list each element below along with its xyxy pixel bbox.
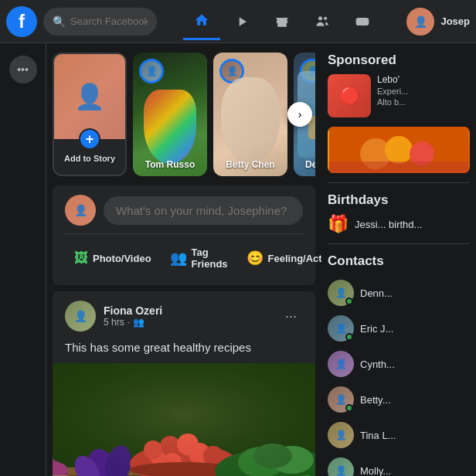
svg-point-1 <box>318 16 322 20</box>
add-story-card[interactable]: 👤 + Add to Story <box>53 53 127 176</box>
nav-icons <box>157 3 406 40</box>
avatar[interactable]: 👤 <box>406 8 434 36</box>
post-header: 👤 Fiona Ozeri 5 hrs · 👥 ··· <box>53 291 315 332</box>
tag-friends-button[interactable]: 👥 Tag Friends <box>161 240 237 276</box>
add-story-icon: + <box>79 128 100 150</box>
top-nav: f 🔍 👤 Josep <box>0 0 476 43</box>
birthday-gift-icon: 🎁 <box>328 214 348 234</box>
photo-icon: 🖼 <box>74 250 88 267</box>
post-author-info: Fiona Ozeri 5 hrs · 👥 <box>104 304 271 328</box>
tag-friends-label: Tag Friends <box>192 246 228 270</box>
contact-avatar-denn: 👤 <box>328 280 354 306</box>
story-card-betty[interactable]: 👤 Betty Chen <box>213 53 287 176</box>
contact-avatar-eric: 👤 <box>328 315 354 342</box>
nav-marketplace-button[interactable] <box>264 3 301 40</box>
feed: 👤 + Add to Story 👤 <box>46 43 321 476</box>
stories-next-button[interactable]: › <box>287 102 312 127</box>
contacts-section: Contacts 👤 Denn... 👤 Eric J... <box>328 243 470 476</box>
contact-item-denn[interactable]: 👤 Denn... <box>328 275 470 311</box>
right-sidebar: Sponsored 🔴 Lebo' Experi... Alto b... <box>321 43 476 476</box>
contacts-title: Contacts <box>328 253 470 269</box>
post-text: This has some great healthy recipes <box>53 332 315 363</box>
create-post-avatar: 👤 <box>65 195 96 226</box>
contact-item-eric[interactable]: 👤 Eric J... <box>328 311 470 346</box>
birthday-text: Jessi... birthd... <box>355 219 422 230</box>
search-input[interactable] <box>70 15 148 27</box>
facebook-logo: f <box>6 6 37 37</box>
contact-avatar-betty: 👤 <box>328 386 354 413</box>
user-name-label: Josep <box>440 15 470 27</box>
add-story-label: Add to Story <box>61 154 118 163</box>
contact-name-betty: Betty... <box>360 394 391 406</box>
sponsored-text: Lebo' Experi... Alto b... <box>377 74 408 117</box>
photo-video-label: Photo/Video <box>93 253 151 264</box>
post-image: Market <box>53 363 315 476</box>
svg-rect-43 <box>53 363 315 476</box>
sponsored-desc: Experi... <box>377 87 408 96</box>
contact-item-betty[interactable]: 👤 Betty... <box>328 382 470 417</box>
svg-rect-0 <box>276 18 287 19</box>
nav-groups-button[interactable] <box>304 3 341 40</box>
post-privacy-icon: 👥 <box>133 317 144 328</box>
create-post-card: 👤 🖼 Photo/Video 👥 Tag Friends 😊 <box>53 185 315 285</box>
sidebar-menu-button[interactable]: ••• <box>9 56 37 83</box>
post-dot: · <box>128 317 130 328</box>
nav-right: 👤 Josep <box>406 8 470 36</box>
birthdays-title: Birthdays <box>328 192 470 208</box>
post-more-button[interactable]: ··· <box>279 305 303 328</box>
feeling-label: Feeling/Activity <box>268 253 321 264</box>
photo-video-button[interactable]: 🖼 Photo/Video <box>65 240 161 276</box>
birthdays-section: Birthdays 🎁 Jessi... birthd... <box>328 182 470 234</box>
tag-icon: 👥 <box>170 250 187 267</box>
main-area: ••• 👤 + Add to Story <box>0 43 476 476</box>
contact-avatar-molly: 👤 <box>328 457 354 476</box>
post-author-name[interactable]: Fiona Ozeri <box>104 304 271 317</box>
contact-item-tina[interactable]: 👤 Tina L... <box>328 417 470 453</box>
create-post-top: 👤 <box>65 195 303 226</box>
create-post-actions: 🖼 Photo/Video 👥 Tag Friends 😊 Feeling/Ac… <box>65 240 303 276</box>
contact-name-cynth: Cynth... <box>360 359 395 370</box>
app-container: f 🔍 👤 Josep <box>0 0 476 476</box>
sponsored-food-image <box>328 127 470 173</box>
post-meta: 5 hrs · 👥 <box>104 317 271 328</box>
svg-point-4 <box>364 20 366 22</box>
post-author-avatar: 👤 <box>65 301 96 332</box>
feeling-icon: 😊 <box>246 250 264 267</box>
online-indicator <box>345 298 353 305</box>
story-card-tom[interactable]: 👤 Tom Russo <box>133 53 207 176</box>
feeling-activity-button[interactable]: 😊 Feeling/Activity <box>237 240 321 276</box>
svg-point-5 <box>364 22 366 23</box>
create-post-input[interactable] <box>104 196 303 225</box>
svg-rect-48 <box>329 162 468 173</box>
sponsored-card[interactable]: 🔴 Lebo' Experi... Alto b... <box>328 74 470 117</box>
online-indicator <box>345 404 353 412</box>
birthday-item: 🎁 Jessi... birthd... <box>328 214 470 234</box>
story-avatar-tom: 👤 <box>139 59 164 83</box>
sponsored-sub: Alto b... <box>377 97 408 107</box>
nav-watch-button[interactable] <box>223 3 260 40</box>
svg-point-2 <box>324 16 327 19</box>
contact-name-tina: Tina L... <box>360 430 396 441</box>
sponsored-section: Sponsored 🔴 Lebo' Experi... Alto b... <box>328 53 470 173</box>
nav-home-button[interactable] <box>183 3 220 40</box>
sponsored-name: Lebo' <box>377 74 408 85</box>
svg-point-46 <box>385 136 413 164</box>
nav-gaming-button[interactable] <box>344 3 381 40</box>
search-icon: 🔍 <box>53 15 66 28</box>
left-sidebar: ••• <box>0 43 46 476</box>
contact-name-eric: Eric J... <box>360 323 393 335</box>
story-label-betty: Betty Chen <box>213 159 287 170</box>
stories-section: 👤 + Add to Story 👤 <box>53 43 315 185</box>
contact-avatar-cynth: 👤 <box>328 351 354 377</box>
post-time: 5 hrs <box>104 317 124 328</box>
post-card: 👤 Fiona Ozeri 5 hrs · 👥 ··· This has som… <box>53 291 315 476</box>
sponsored-title: Sponsored <box>328 53 470 68</box>
contact-item-molly[interactable]: 👤 Molly... <box>328 453 470 476</box>
story-label-tom: Tom Russo <box>133 159 207 170</box>
contact-name-molly: Molly... <box>360 465 391 477</box>
sponsored-logo: 🔴 <box>328 74 371 117</box>
contact-item-cynth[interactable]: 👤 Cynth... <box>328 346 470 382</box>
search-bar[interactable]: 🔍 <box>43 8 157 36</box>
story-label-dennis: Dennis Han <box>294 159 315 170</box>
contact-avatar-tina: 👤 <box>328 422 354 448</box>
